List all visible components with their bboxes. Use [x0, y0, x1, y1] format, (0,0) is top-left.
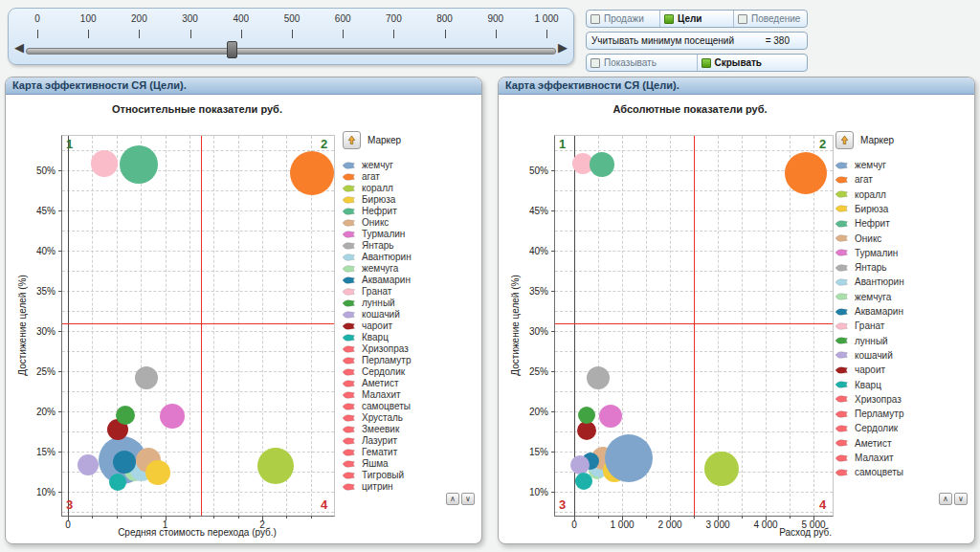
chart-bubble[interactable] — [704, 452, 739, 486]
chart-bubble[interactable] — [575, 473, 592, 490]
legend-item[interactable]: Аквамарин — [835, 306, 903, 317]
legend-item[interactable]: Янтарь — [343, 240, 394, 251]
checkbox-icon — [738, 14, 747, 24]
legend-item[interactable]: Гранат — [343, 286, 391, 297]
legend-item[interactable]: жемчуг — [343, 160, 393, 170]
chart-bubble[interactable] — [290, 151, 334, 195]
legend-item[interactable]: Гематит — [343, 447, 397, 457]
legend-marker-icon — [835, 293, 848, 300]
chart-bubble[interactable] — [145, 460, 170, 485]
legend-item[interactable]: Аквамарин — [343, 275, 411, 285]
legend-item[interactable]: Лазурит — [343, 435, 397, 446]
legend-item[interactable]: чароит — [835, 364, 885, 375]
legend-item[interactable]: Гранат — [835, 320, 884, 331]
legend-item[interactable]: чароит — [343, 320, 392, 331]
legend-item[interactable]: лунный — [343, 298, 395, 308]
legend-item[interactable]: коралл — [343, 183, 393, 193]
legend-item[interactable]: Авантюрин — [343, 252, 412, 262]
legend-item[interactable]: Сердолик — [835, 423, 898, 433]
x-tick-label: 1 000 — [610, 519, 634, 530]
chart-bubble[interactable] — [587, 366, 610, 389]
chart-bubble[interactable] — [599, 405, 622, 428]
chart-bubble[interactable] — [590, 152, 614, 177]
chart-bubble[interactable] — [109, 474, 126, 491]
chart-bubble[interactable] — [78, 454, 99, 475]
gridline — [62, 371, 334, 372]
gridline — [790, 136, 791, 516]
legend-item[interactable]: коралл — [835, 189, 886, 200]
legend-item[interactable]: Кварц — [835, 380, 881, 390]
legend-item[interactable]: цитрин — [343, 481, 393, 492]
legend-scroll-up-button[interactable]: ∧ — [939, 493, 952, 505]
toggle-behavior[interactable]: Поведение — [734, 11, 807, 27]
legend-item[interactable]: самоцветы — [343, 401, 411, 411]
legend-item[interactable]: Малахит — [835, 453, 894, 463]
legend-scroll-up-button[interactable]: ∧ — [446, 493, 459, 505]
legend-marker-icon — [343, 334, 355, 342]
marker-arrow-icon[interactable] — [835, 131, 854, 149]
legend-item[interactable]: жемчуга — [835, 292, 891, 302]
chart-bubble[interactable] — [120, 145, 158, 184]
marker-arrow-icon[interactable] — [343, 131, 361, 149]
legend-item[interactable]: Яшма — [343, 458, 389, 469]
chart-bubble[interactable] — [605, 434, 653, 482]
slider-tick-mark — [241, 30, 242, 38]
slider-track[interactable] — [26, 48, 556, 55]
legend-item[interactable]: Малахит — [343, 389, 401, 400]
toggle-hide[interactable]: Скрывать — [698, 55, 808, 71]
chart-bubble[interactable] — [257, 448, 294, 484]
legend-item[interactable]: Аметист — [343, 378, 399, 388]
legend-marker-icon — [343, 208, 355, 215]
legend-item[interactable]: Перламутр — [835, 408, 904, 419]
chart-bubble[interactable] — [135, 366, 158, 389]
toggle-sales[interactable]: Продажи — [587, 11, 660, 27]
legend-item[interactable]: Авантюрин — [835, 276, 904, 287]
legend-item[interactable]: Оникс — [835, 233, 881, 244]
legend-item[interactable]: Хризопраз — [835, 394, 902, 405]
chart-bubble[interactable] — [570, 455, 590, 475]
legend-item[interactable]: жемчуг — [835, 160, 886, 170]
legend-item[interactable]: Нефрит — [835, 218, 890, 229]
legend-item[interactable]: Сердолик — [343, 366, 405, 377]
chart-bubble[interactable] — [160, 404, 185, 429]
legend-scroll-down-button[interactable]: ∨ — [954, 493, 968, 505]
toggle-goals[interactable]: Цели — [660, 11, 734, 27]
legend-item[interactable]: кошачий — [343, 309, 400, 320]
toggle-show[interactable]: Показывать — [587, 55, 698, 71]
legend-item[interactable]: Бирюза — [343, 194, 395, 205]
legend-scroll-down-button[interactable]: ∨ — [461, 493, 475, 505]
slider-right-arrow-icon[interactable]: ▶ — [558, 40, 568, 55]
legend-item[interactable]: Нефрит — [343, 206, 397, 216]
legend-item[interactable]: Перламутр — [343, 355, 412, 365]
legend-item[interactable]: кошачий — [835, 350, 893, 361]
metric-toggle-row: Продажи Цели Поведение — [586, 10, 808, 28]
legend-item[interactable]: самоцветы — [835, 467, 903, 477]
legend-item[interactable]: жемчуга — [343, 263, 398, 274]
chart-bubble[interactable] — [91, 150, 118, 177]
legend-item[interactable]: агат — [835, 174, 873, 185]
legend-item[interactable]: Хризопраз — [343, 343, 409, 354]
legend-item[interactable]: Кварц — [343, 332, 389, 342]
legend-item[interactable]: Тигровый — [343, 470, 404, 480]
legend-item-label: кошачий — [855, 350, 893, 361]
gridline — [62, 512, 334, 513]
min-visits-field[interactable]: Учитывать минимум посещений = 380 — [586, 32, 808, 50]
chart-bubble[interactable] — [785, 152, 827, 194]
x-tick — [262, 516, 263, 520]
chart-bubble[interactable] — [578, 407, 595, 424]
legend-item[interactable]: Турмалин — [835, 248, 898, 258]
chart-bubble[interactable] — [116, 406, 135, 425]
legend-item[interactable]: Хрусталь — [343, 412, 403, 423]
legend-marker-icon — [343, 403, 355, 410]
legend-item[interactable]: Змеевик — [343, 424, 399, 434]
legend-item[interactable]: агат — [343, 171, 380, 182]
slider-left-arrow-icon[interactable]: ◀ — [14, 40, 24, 55]
legend-item[interactable]: Бирюза — [835, 204, 888, 214]
chart-bubble[interactable] — [113, 451, 136, 474]
legend-item[interactable]: Янтарь — [835, 262, 887, 273]
legend-item[interactable]: Аметист — [835, 438, 892, 449]
slider-thumb[interactable] — [227, 41, 237, 58]
legend-item[interactable]: Оникс — [343, 217, 389, 228]
legend-item[interactable]: Турмалин — [343, 229, 405, 239]
legend-item[interactable]: лунный — [835, 336, 888, 346]
